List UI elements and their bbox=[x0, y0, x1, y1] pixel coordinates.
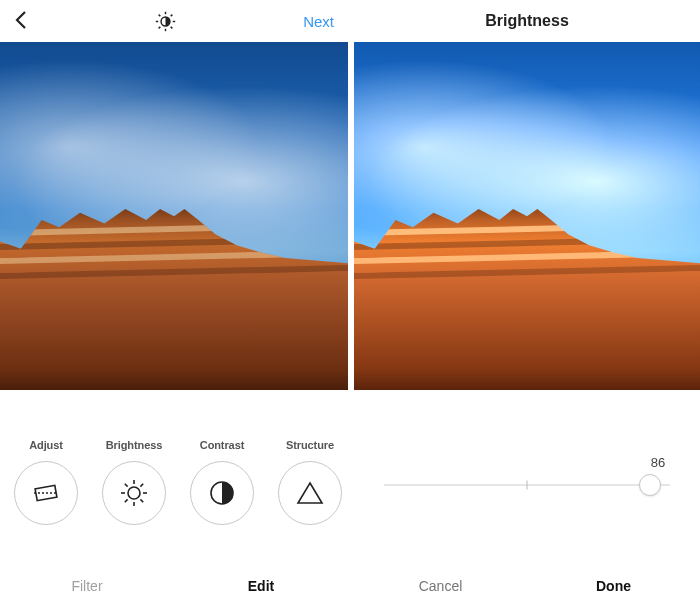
slider-area: 86 bbox=[354, 390, 700, 560]
tab-edit[interactable]: Edit bbox=[174, 578, 348, 594]
svg-line-8 bbox=[170, 14, 172, 16]
tool-brightness[interactable]: Brightness bbox=[90, 439, 178, 525]
tool-structure[interactable]: Structure bbox=[266, 439, 354, 525]
cancel-button[interactable]: Cancel bbox=[354, 578, 527, 594]
lux-button[interactable] bbox=[27, 11, 303, 32]
edit-screen: Next Adjust Brightness bbox=[0, 0, 348, 612]
brightness-slider[interactable] bbox=[384, 474, 670, 496]
slider-value-label: 86 bbox=[376, 455, 678, 470]
triangle-icon bbox=[278, 461, 342, 525]
photo-preview[interactable] bbox=[0, 42, 348, 390]
svg-line-19 bbox=[140, 484, 143, 487]
photo-preview[interactable] bbox=[354, 42, 700, 390]
tool-label: Adjust bbox=[29, 439, 63, 451]
right-topbar: Brightness bbox=[354, 0, 700, 42]
adjust-icon bbox=[14, 461, 78, 525]
tool-adjust[interactable]: Adjust bbox=[2, 439, 90, 525]
chevron-left-icon bbox=[14, 10, 27, 30]
brightness-screen: Brightness 86 Cancel Done bbox=[354, 0, 700, 612]
bottom-tabs: Filter Edit bbox=[0, 560, 348, 612]
slider-thumb[interactable] bbox=[639, 474, 661, 496]
action-row: Cancel Done bbox=[354, 560, 700, 612]
sun-icon bbox=[102, 461, 166, 525]
left-topbar: Next bbox=[0, 0, 348, 42]
back-button[interactable] bbox=[14, 10, 27, 33]
tool-label: Contrast bbox=[200, 439, 244, 451]
svg-line-7 bbox=[158, 26, 160, 28]
slider-center-tick bbox=[527, 480, 528, 489]
half-circle-icon bbox=[190, 461, 254, 525]
edit-tools-row[interactable]: Adjust Brightness bbox=[0, 390, 348, 560]
svg-line-18 bbox=[125, 499, 128, 502]
svg-line-17 bbox=[140, 499, 143, 502]
svg-marker-21 bbox=[298, 483, 322, 503]
svg-line-16 bbox=[125, 484, 128, 487]
page-title: Brightness bbox=[485, 12, 569, 30]
done-button[interactable]: Done bbox=[527, 578, 700, 594]
tab-filter[interactable]: Filter bbox=[0, 578, 174, 594]
svg-line-6 bbox=[170, 26, 172, 28]
tool-contrast[interactable]: Contrast bbox=[178, 439, 266, 525]
half-sun-icon bbox=[155, 11, 176, 32]
svg-point-11 bbox=[128, 487, 140, 499]
svg-line-5 bbox=[158, 14, 160, 16]
tool-label: Brightness bbox=[106, 439, 162, 451]
tool-label: Structure bbox=[286, 439, 334, 451]
next-button[interactable]: Next bbox=[303, 13, 334, 30]
